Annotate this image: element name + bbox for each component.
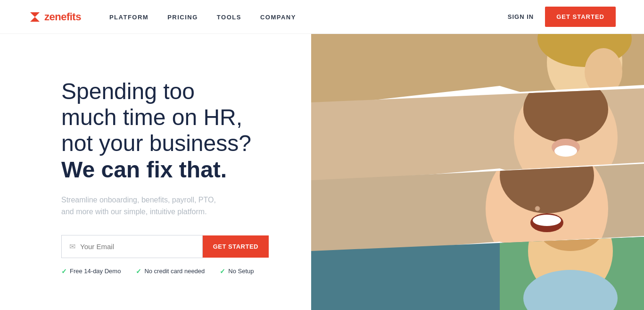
badge-no-card-text: No credit card needed (144, 268, 205, 275)
badge-demo-text: Free 14-day Demo (70, 268, 121, 275)
badge-no-card: ✓ No credit card needed (136, 268, 205, 275)
main-content: Spending too much time on HR, not your b… (0, 34, 644, 310)
nav-platform[interactable]: PLATFORM (109, 14, 149, 21)
form-get-started-button[interactable]: GET STARTED (203, 235, 269, 258)
zenefits-logo-icon (28, 10, 41, 24)
hero-left: Spending too much time on HR, not your b… (0, 34, 311, 310)
subtext-line2: and more with our simple, intuitive plat… (61, 208, 207, 216)
check-icon-2: ✓ (136, 268, 141, 275)
nav-pricing[interactable]: PRICING (167, 14, 198, 21)
headline-bold: We can fix that. (61, 157, 227, 182)
check-icon-1: ✓ (61, 268, 67, 275)
email-icon: ✉ (69, 242, 75, 251)
hero-subtext: Streamline onboarding, benefits, payroll… (61, 194, 259, 218)
nav-right: SIGN IN GET STARTED (508, 7, 616, 27)
headline-line2: much time on HR, (61, 105, 242, 130)
logo-link[interactable]: zenefits (28, 10, 81, 24)
hero-image-svg (311, 34, 644, 310)
svg-point-18 (535, 206, 540, 211)
badge-demo: ✓ Free 14-day Demo (61, 268, 121, 275)
hero-headline: Spending too much time on HR, not your b… (61, 78, 283, 183)
email-input-wrapper: ✉ (61, 235, 203, 258)
subtext-line1: Streamline onboarding, benefits, payroll… (61, 196, 216, 204)
badge-no-setup-text: No Setup (228, 268, 254, 275)
svg-point-20 (533, 215, 561, 226)
nav-links: PLATFORM PRICING TOOLS COMPANY (109, 13, 508, 21)
nav-get-started-button[interactable]: GET STARTED (545, 7, 616, 27)
headline-line3: not your business? (61, 131, 251, 156)
badge-no-setup: ✓ No Setup (220, 268, 254, 275)
email-form: ✉ GET STARTED (61, 235, 269, 258)
navigation: zenefits PLATFORM PRICING TOOLS COMPANY … (0, 0, 644, 34)
nav-tools[interactable]: TOOLS (217, 14, 241, 21)
sign-in-link[interactable]: SIGN IN (508, 13, 534, 20)
svg-point-13 (554, 145, 577, 157)
logo-text: zenefits (44, 11, 81, 23)
check-icon-3: ✓ (220, 268, 225, 275)
headline-line1: Spending too (61, 79, 195, 104)
hero-right (311, 34, 644, 310)
email-input[interactable] (80, 243, 195, 251)
badges-row: ✓ Free 14-day Demo ✓ No credit card need… (61, 268, 283, 275)
nav-company[interactable]: COMPANY (260, 14, 296, 21)
